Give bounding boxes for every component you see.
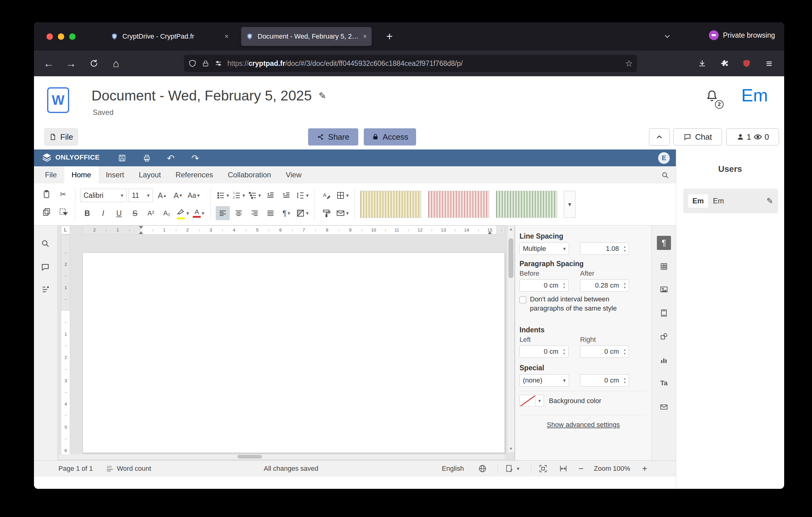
chat-button[interactable]: Chat bbox=[673, 128, 722, 145]
font-color-button[interactable]: A ▾ bbox=[192, 206, 206, 220]
window-minimize-button[interactable] bbox=[58, 33, 64, 40]
bold-button[interactable]: B bbox=[80, 206, 94, 220]
tab-stop-selector[interactable]: L bbox=[61, 226, 70, 234]
spacing-after-spinner[interactable]: 0.28 cm▴▾ bbox=[580, 279, 629, 292]
header-footer-settings-icon[interactable] bbox=[659, 308, 669, 318]
spell-checking-button[interactable]: ▾ bbox=[505, 461, 520, 477]
find-icon[interactable] bbox=[41, 239, 51, 249]
tab-collaboration[interactable]: Collaboration bbox=[221, 166, 279, 184]
indent-right-spinner[interactable]: 0 cm▴▾ bbox=[580, 346, 629, 358]
permissions-sliders-icon[interactable] bbox=[214, 59, 223, 67]
lock-icon[interactable] bbox=[202, 59, 210, 67]
word-count-icon[interactable]: 123 Word count bbox=[106, 461, 151, 477]
close-icon[interactable]: × bbox=[363, 32, 367, 40]
italic-button[interactable]: I bbox=[96, 206, 110, 220]
shape-settings-icon[interactable] bbox=[659, 332, 669, 342]
line-spacing-value-spinner[interactable]: 1.08▴▾ bbox=[580, 243, 629, 255]
downloads-button[interactable] bbox=[694, 55, 710, 71]
fit-width-button[interactable] bbox=[559, 461, 568, 477]
notifications-bell-icon[interactable]: 2 bbox=[705, 89, 722, 108]
file-button[interactable]: File bbox=[45, 128, 78, 145]
align-left-button[interactable] bbox=[216, 206, 230, 220]
indent-left-spinner[interactable]: 0 cm▴▾ bbox=[520, 346, 569, 358]
vertical-scrollbar[interactable]: ▲ ▼ bbox=[508, 225, 514, 452]
url-bar[interactable]: https://cryptpad.fr/doc/#/3/doc/edit/ff0… bbox=[184, 55, 637, 72]
comments-icon[interactable] bbox=[41, 263, 51, 273]
scroll-up-icon[interactable]: ▲ bbox=[508, 225, 514, 233]
fit-page-button[interactable] bbox=[539, 461, 547, 477]
spacing-before-spinner[interactable]: 0 cm▴▾ bbox=[520, 279, 569, 292]
redo-button[interactable]: ↷ bbox=[188, 151, 202, 165]
highlight-color-button[interactable]: ▾ bbox=[176, 206, 190, 220]
justify-button[interactable] bbox=[263, 206, 278, 220]
change-case-button[interactable]: Aa▾ bbox=[186, 188, 201, 202]
print-button[interactable] bbox=[140, 151, 153, 165]
first-line-indent-marker[interactable] bbox=[139, 226, 143, 229]
zoom-in-button[interactable]: + bbox=[642, 461, 647, 477]
tab-cryptdrive[interactable]: CryptDrive - CryptPad.fr × bbox=[106, 27, 233, 46]
table-settings-icon[interactable] bbox=[659, 262, 669, 271]
extensions-puzzle-icon[interactable] bbox=[717, 55, 732, 71]
decrease-font-button[interactable]: A▾ bbox=[171, 188, 185, 202]
undo-button[interactable]: ↶ bbox=[164, 151, 177, 165]
underline-button[interactable]: U bbox=[112, 206, 126, 220]
window-maximize-button[interactable] bbox=[69, 33, 76, 40]
bullet-list-button[interactable]: ▾ bbox=[216, 188, 230, 202]
image-settings-icon[interactable] bbox=[659, 284, 669, 294]
adblock-shield-icon[interactable] bbox=[738, 55, 754, 71]
paragraph-shading-button[interactable]: ▾ bbox=[295, 206, 309, 220]
tab-document[interactable]: Document - Wed, February 5, 2025 × bbox=[241, 27, 372, 46]
edit-title-pencil-icon[interactable]: ✎ bbox=[319, 90, 326, 101]
scroll-down-icon[interactable]: ▼ bbox=[508, 445, 514, 452]
close-icon[interactable]: × bbox=[225, 32, 229, 40]
copy-icon[interactable] bbox=[39, 205, 54, 219]
editor-user-avatar[interactable]: E bbox=[658, 152, 670, 164]
tab-insert[interactable]: Insert bbox=[98, 166, 132, 184]
style-preview-1[interactable] bbox=[360, 191, 421, 218]
tab-layout[interactable]: Layout bbox=[132, 166, 168, 184]
nonprinting-characters-button[interactable]: ¶▾ bbox=[279, 206, 293, 220]
borders-button[interactable]: ▾ bbox=[335, 188, 349, 202]
tab-file[interactable]: File bbox=[38, 166, 64, 184]
font-size-combo[interactable]: 11▾ bbox=[128, 189, 153, 202]
special-indent-select[interactable]: (none)▾ bbox=[520, 374, 569, 386]
participants-button[interactable]: 1 0 bbox=[726, 128, 779, 145]
navigation-headings-icon[interactable] bbox=[41, 285, 51, 295]
back-button[interactable]: ← bbox=[41, 55, 57, 71]
line-spacing-select[interactable]: Multiple▾ bbox=[520, 243, 569, 255]
subscript-button[interactable]: A₂ bbox=[160, 206, 174, 220]
user-avatar[interactable]: Em bbox=[741, 85, 768, 105]
left-indent-marker[interactable] bbox=[139, 231, 143, 234]
user-list-item[interactable]: Em Em ✎ bbox=[683, 189, 778, 213]
select-all-icon[interactable] bbox=[55, 205, 71, 219]
multilevel-list-button[interactable]: ▾ bbox=[248, 188, 262, 202]
reload-button[interactable] bbox=[86, 55, 102, 71]
special-indent-spinner[interactable]: 0 cm▴▾ bbox=[580, 374, 629, 386]
increase-font-button[interactable]: A▴ bbox=[155, 188, 169, 202]
ruler-horizontal[interactable]: 21123456789101112131415 bbox=[83, 225, 505, 235]
copy-style-button[interactable] bbox=[319, 206, 334, 220]
language-selector[interactable]: English bbox=[442, 461, 464, 477]
tab-home[interactable]: Home bbox=[64, 166, 98, 184]
text-art-settings-icon[interactable]: Ta bbox=[659, 378, 669, 388]
new-tab-button[interactable]: + bbox=[382, 29, 397, 44]
zoom-out-button[interactable]: − bbox=[579, 461, 583, 477]
page-indicator[interactable]: Page 1 of 1 bbox=[58, 461, 93, 477]
document-page[interactable] bbox=[83, 252, 505, 453]
strikethrough-button[interactable]: S bbox=[128, 206, 142, 220]
horizontal-scroll-thumb[interactable] bbox=[237, 455, 262, 459]
search-icon[interactable] bbox=[659, 169, 671, 181]
ruler-vertical[interactable]: 21123456 bbox=[61, 235, 70, 456]
collapse-toolbar-button[interactable] bbox=[649, 128, 670, 145]
share-button[interactable]: Share bbox=[308, 128, 358, 145]
chart-settings-icon[interactable] bbox=[659, 355, 669, 365]
styles-gallery-expand-button[interactable]: ▾ bbox=[564, 191, 576, 218]
line-spacing-button[interactable]: ▾ bbox=[295, 188, 309, 202]
bookmark-star-icon[interactable]: ☆ bbox=[625, 58, 633, 69]
access-button[interactable]: Access bbox=[364, 128, 416, 145]
advanced-settings-link[interactable]: Show advanced settings bbox=[515, 421, 651, 429]
clear-style-button[interactable]: A bbox=[319, 188, 334, 202]
home-button[interactable]: ⌂ bbox=[108, 55, 124, 71]
align-center-button[interactable] bbox=[232, 206, 246, 220]
superscript-button[interactable]: A² bbox=[144, 206, 158, 220]
